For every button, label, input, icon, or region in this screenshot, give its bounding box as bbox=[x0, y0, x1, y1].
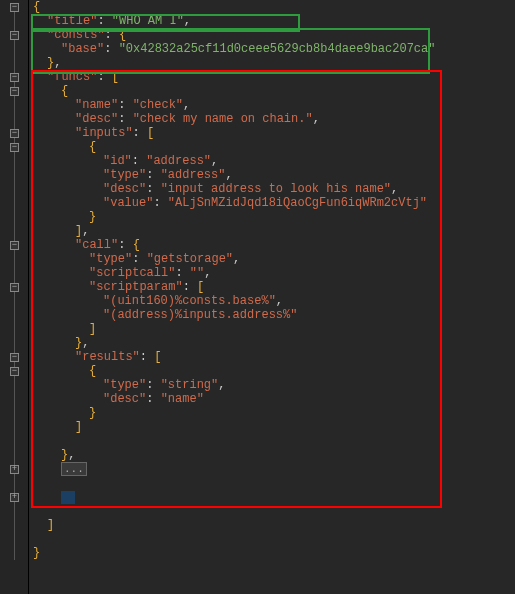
token: : bbox=[132, 252, 146, 266]
token: "title" bbox=[47, 14, 97, 28]
code-line[interactable]: "type": "string", bbox=[33, 378, 515, 392]
code-line[interactable]: "scriptparam": [ bbox=[33, 280, 515, 294]
fold-collapse-icon[interactable]: − bbox=[10, 353, 19, 362]
token: "address" bbox=[161, 168, 226, 182]
selection-marker bbox=[61, 491, 75, 504]
token: "type" bbox=[89, 252, 132, 266]
token: : bbox=[97, 14, 111, 28]
fold-collapse-icon[interactable]: − bbox=[10, 283, 19, 292]
token: "(uint160)%consts.base%" bbox=[103, 294, 276, 308]
code-line[interactable]: ] bbox=[33, 322, 515, 336]
code-line[interactable]: } bbox=[33, 406, 515, 420]
token: "call" bbox=[75, 238, 118, 252]
fold-collapse-icon[interactable]: − bbox=[10, 73, 19, 82]
code-line[interactable]: "inputs": [ bbox=[33, 126, 515, 140]
token: "0x42832a25cf11d0ceee5629cb8b4daee9bac20… bbox=[119, 42, 436, 56]
code-line[interactable]: "desc": "name" bbox=[33, 392, 515, 406]
code-line[interactable] bbox=[33, 504, 515, 518]
code-line[interactable]: ... bbox=[33, 462, 515, 476]
token: : bbox=[153, 196, 167, 210]
code-line[interactable]: "type": "address", bbox=[33, 168, 515, 182]
code-area[interactable]: {"title": "WHO AM I","consts": {"base": … bbox=[29, 0, 515, 594]
token: : bbox=[97, 70, 111, 84]
token: "name" bbox=[75, 98, 118, 112]
code-line[interactable] bbox=[33, 490, 515, 504]
code-line[interactable]: "desc": "check my name on chain.", bbox=[33, 112, 515, 126]
token: { bbox=[33, 0, 40, 14]
token: , bbox=[218, 378, 225, 392]
token: { bbox=[89, 140, 96, 154]
token: : bbox=[146, 168, 160, 182]
code-line[interactable]: "desc": "input address to look his name"… bbox=[33, 182, 515, 196]
token: , bbox=[82, 336, 89, 350]
fold-collapse-icon[interactable]: − bbox=[10, 31, 19, 40]
fold-expand-icon[interactable]: + bbox=[10, 493, 19, 502]
token: [ bbox=[147, 126, 154, 140]
code-line[interactable]: "base": "0x42832a25cf11d0ceee5629cb8b4da… bbox=[33, 42, 515, 56]
token: ] bbox=[47, 518, 54, 532]
token: "funcs" bbox=[47, 70, 97, 84]
fold-expand-icon[interactable]: + bbox=[10, 465, 19, 474]
code-line[interactable]: "call": { bbox=[33, 238, 515, 252]
code-line[interactable]: "(address)%inputs.address%" bbox=[33, 308, 515, 322]
collapsed-region[interactable]: ... bbox=[61, 462, 87, 476]
code-line[interactable]: } bbox=[33, 546, 515, 560]
token: , bbox=[313, 112, 320, 126]
fold-collapse-icon[interactable]: − bbox=[10, 143, 19, 152]
token: "value" bbox=[103, 196, 153, 210]
token: , bbox=[68, 448, 75, 462]
token: } bbox=[89, 210, 96, 224]
token: , bbox=[54, 56, 61, 70]
token: "name" bbox=[161, 392, 204, 406]
code-line[interactable]: } bbox=[33, 210, 515, 224]
fold-collapse-icon[interactable]: − bbox=[10, 3, 19, 12]
code-line[interactable]: "(uint160)%consts.base%", bbox=[33, 294, 515, 308]
code-line[interactable]: { bbox=[33, 364, 515, 378]
token: "getstorage" bbox=[147, 252, 233, 266]
fold-collapse-icon[interactable]: − bbox=[10, 241, 19, 250]
token: "(address)%inputs.address%" bbox=[103, 308, 297, 322]
code-line[interactable]: ] bbox=[33, 518, 515, 532]
token: : bbox=[118, 112, 132, 126]
code-line[interactable]: "value": "ALjSnMZidJqd18iQaoCgFun6iqWRm2… bbox=[33, 196, 515, 210]
code-line[interactable]: { bbox=[33, 0, 515, 14]
code-line[interactable] bbox=[33, 532, 515, 546]
token: "check my name on chain." bbox=[133, 112, 313, 126]
code-line[interactable]: "title": "WHO AM I", bbox=[33, 14, 515, 28]
code-line[interactable]: "funcs": [ bbox=[33, 70, 515, 84]
code-line[interactable]: ], bbox=[33, 224, 515, 238]
code-editor[interactable]: −−−−−−−−−−++ {"title": "WHO AM I","const… bbox=[0, 0, 515, 594]
token: } bbox=[33, 546, 40, 560]
token: "string" bbox=[161, 378, 219, 392]
code-line[interactable] bbox=[33, 434, 515, 448]
token: "desc" bbox=[75, 112, 118, 126]
token: "desc" bbox=[103, 392, 146, 406]
token: , bbox=[276, 294, 283, 308]
fold-collapse-icon[interactable]: − bbox=[10, 87, 19, 96]
code-line[interactable]: }, bbox=[33, 56, 515, 70]
code-line[interactable]: { bbox=[33, 140, 515, 154]
token: : bbox=[175, 266, 189, 280]
token: , bbox=[82, 224, 89, 238]
token: "id" bbox=[103, 154, 132, 168]
code-line[interactable]: "name": "check", bbox=[33, 98, 515, 112]
code-line[interactable]: }, bbox=[33, 448, 515, 462]
fold-collapse-icon[interactable]: − bbox=[10, 129, 19, 138]
token: : bbox=[118, 238, 132, 252]
code-line[interactable] bbox=[33, 476, 515, 490]
code-line[interactable]: "id": "address", bbox=[33, 154, 515, 168]
code-line[interactable]: "results": [ bbox=[33, 350, 515, 364]
token: "inputs" bbox=[75, 126, 133, 140]
fold-gutter[interactable]: −−−−−−−−−−++ bbox=[0, 0, 29, 594]
code-line[interactable]: "scriptcall": "", bbox=[33, 266, 515, 280]
token: [ bbox=[154, 350, 161, 364]
code-line[interactable]: "consts": { bbox=[33, 28, 515, 42]
code-line[interactable]: { bbox=[33, 84, 515, 98]
fold-collapse-icon[interactable]: − bbox=[10, 367, 19, 376]
token: { bbox=[61, 84, 68, 98]
token: [ bbox=[112, 70, 119, 84]
token: : bbox=[146, 392, 160, 406]
code-line[interactable]: ] bbox=[33, 420, 515, 434]
code-line[interactable]: }, bbox=[33, 336, 515, 350]
code-line[interactable]: "type": "getstorage", bbox=[33, 252, 515, 266]
